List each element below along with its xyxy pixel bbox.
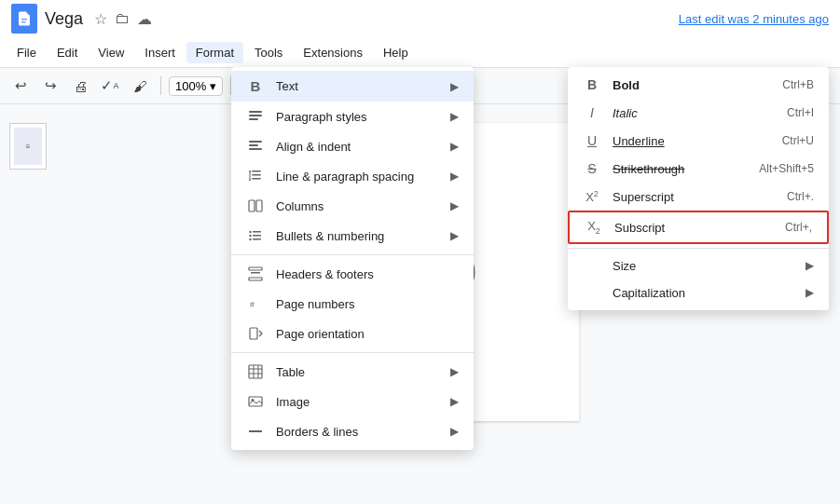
- bullets-arrow: ▶: [450, 229, 459, 242]
- print-button[interactable]: 🖨: [67, 73, 93, 99]
- menu-tools[interactable]: Tools: [245, 42, 292, 63]
- align-label: Align & indent: [276, 140, 439, 154]
- text-bold-item[interactable]: B Bold Ctrl+B: [568, 71, 829, 99]
- format-pagenums-item[interactable]: # Page numbers: [231, 289, 474, 319]
- svg-rect-5: [249, 141, 262, 143]
- capitalization-arrow: ▶: [806, 286, 814, 299]
- menu-help[interactable]: Help: [374, 42, 418, 63]
- bullets-label: Bullets & numbering: [276, 229, 439, 243]
- text-separator: [568, 248, 829, 249]
- page-thumbnail[interactable]: ≡: [9, 123, 47, 170]
- svg-point-15: [249, 235, 251, 237]
- svg-rect-14: [253, 231, 261, 233]
- capitalization-label: Capitalization: [613, 286, 794, 300]
- title-bar: Vega ☆ 🗀 ☁ Last edit was 2 minutes ago: [0, 0, 840, 37]
- table-arrow: ▶: [450, 365, 459, 378]
- menu-edit[interactable]: Edit: [48, 42, 87, 63]
- svg-rect-18: [253, 238, 261, 240]
- zoom-arrow-icon: ▾: [210, 79, 216, 93]
- svg-rect-20: [249, 278, 262, 280]
- bullets-icon: [246, 228, 265, 243]
- spacing-arrow: ▶: [450, 170, 459, 183]
- text-italic-item[interactable]: I Italic Ctrl+I: [568, 99, 829, 127]
- svg-rect-16: [253, 235, 261, 237]
- paint-format-button[interactable]: 🖌: [127, 73, 153, 99]
- svg-rect-7: [249, 148, 262, 150]
- svg-rect-21: [251, 272, 260, 274]
- image-label: Image: [276, 395, 439, 409]
- folder-icon[interactable]: 🗀: [115, 10, 130, 27]
- menu-format[interactable]: Format: [186, 42, 243, 63]
- paragraph-label: Paragraph styles: [276, 110, 439, 124]
- format-text-item[interactable]: B Text ▶: [231, 71, 474, 102]
- columns-arrow: ▶: [450, 199, 459, 212]
- text-subscript-item[interactable]: X2 Subscript Ctrl+,: [568, 211, 829, 244]
- underline-label: Underline: [613, 134, 771, 148]
- document-title: Vega: [45, 9, 83, 29]
- italic-label: Italic: [613, 106, 776, 120]
- strikethrough-label: Strikethrough: [613, 162, 748, 176]
- spacing-icon: [246, 169, 265, 184]
- text-size-item[interactable]: Size ▶: [568, 252, 829, 279]
- menu-bar: File Edit View Insert Format Tools Exten…: [0, 37, 840, 67]
- headers-label: Headers & footers: [276, 267, 459, 281]
- text-underline-item[interactable]: U Underline Ctrl+U: [568, 127, 829, 155]
- format-columns-item[interactable]: Columns ▶: [231, 191, 474, 221]
- size-arrow: ▶: [806, 259, 814, 272]
- svg-rect-8: [252, 170, 261, 172]
- paragraph-icon: [246, 109, 265, 124]
- dropdown-separator-1: [231, 254, 474, 255]
- format-spacing-item[interactable]: Line & paragraph spacing ▶: [231, 161, 474, 191]
- format-table-item[interactable]: Table ▶: [231, 357, 474, 387]
- subscript-icon: X2: [585, 219, 603, 236]
- menu-view[interactable]: View: [89, 42, 133, 63]
- underline-icon: U: [583, 133, 601, 148]
- menu-insert[interactable]: Insert: [135, 42, 185, 63]
- spacing-label: Line & paragraph spacing: [276, 170, 439, 184]
- format-align-item[interactable]: Align & indent ▶: [231, 131, 474, 161]
- size-label: Size: [613, 259, 794, 273]
- strikethrough-icon: S: [583, 161, 601, 176]
- svg-rect-9: [252, 174, 261, 176]
- last-edit-label[interactable]: Last edit was 2 minutes ago: [679, 12, 829, 26]
- undo-button[interactable]: ↩: [7, 73, 34, 99]
- align-arrow: ▶: [450, 140, 459, 153]
- svg-rect-11: [249, 200, 255, 211]
- format-paragraph-item[interactable]: Paragraph styles ▶: [231, 102, 474, 131]
- format-dropdown: B Text ▶ Paragraph styles ▶ Align & inde…: [231, 67, 474, 450]
- format-bullets-item[interactable]: Bullets & numbering ▶: [231, 221, 474, 251]
- superscript-shortcut: Ctrl+.: [787, 190, 814, 203]
- bold-icon: B: [583, 77, 601, 92]
- doc-icon: [11, 4, 37, 34]
- menu-file[interactable]: File: [7, 42, 46, 63]
- format-orientation-item[interactable]: Page orientation: [231, 319, 474, 348]
- bold-shortcut: Ctrl+B: [782, 78, 814, 91]
- zoom-value: 100%: [175, 79, 206, 93]
- svg-text:#: #: [250, 300, 255, 309]
- align-icon: [246, 139, 265, 154]
- table-label: Table: [276, 365, 439, 379]
- text-superscript-item[interactable]: X2 Superscript Ctrl+.: [568, 183, 829, 211]
- subscript-shortcut: Ctrl+,: [785, 221, 812, 234]
- bold-label: Bold: [613, 78, 771, 92]
- text-submenu: B Bold Ctrl+B I Italic Ctrl+I U Underlin…: [568, 67, 829, 310]
- image-icon: [246, 394, 265, 409]
- redo-button[interactable]: ↪: [37, 73, 63, 99]
- svg-rect-24: [249, 365, 262, 378]
- svg-rect-6: [249, 144, 258, 146]
- menu-extensions[interactable]: Extensions: [294, 42, 372, 63]
- format-headers-item[interactable]: Headers & footers: [231, 259, 474, 289]
- text-strikethrough-item[interactable]: S Strikethrough Alt+Shift+5: [568, 155, 829, 183]
- orientation-label: Page orientation: [276, 327, 459, 341]
- zoom-control[interactable]: 100% ▾: [169, 76, 223, 96]
- toolbar-separator-1: [160, 76, 161, 95]
- svg-rect-3: [249, 115, 262, 116]
- format-borders-item[interactable]: Borders & lines ▶: [231, 416, 474, 446]
- title-actions: ☆ 🗀 ☁: [94, 10, 152, 28]
- format-image-item[interactable]: Image ▶: [231, 387, 474, 416]
- spellcheck-button[interactable]: ✓A: [97, 73, 123, 99]
- cloud-icon[interactable]: ☁: [137, 10, 152, 28]
- star-icon[interactable]: ☆: [94, 10, 107, 28]
- borders-arrow: ▶: [450, 425, 459, 438]
- text-capitalization-item[interactable]: Capitalization ▶: [568, 279, 829, 306]
